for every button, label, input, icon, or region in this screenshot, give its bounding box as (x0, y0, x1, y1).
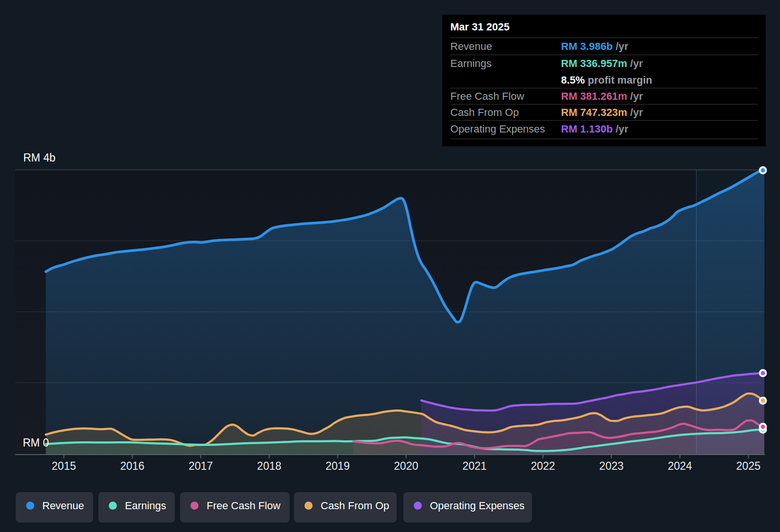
svg-text:RM 0: RM 0 (23, 437, 49, 449)
svg-text:2024: 2024 (668, 460, 692, 472)
svg-text:2023: 2023 (599, 460, 624, 472)
svg-text:2019: 2019 (325, 460, 350, 472)
svg-text:2017: 2017 (189, 460, 213, 472)
svg-text:2016: 2016 (120, 460, 144, 472)
svg-text:2020: 2020 (394, 460, 418, 472)
svg-text:2021: 2021 (462, 460, 486, 472)
svg-text:RM 4b: RM 4b (23, 152, 56, 164)
svg-text:2015: 2015 (52, 460, 76, 472)
svg-text:2025: 2025 (736, 460, 761, 472)
svg-text:2022: 2022 (531, 460, 555, 472)
svg-text:2018: 2018 (257, 460, 281, 472)
